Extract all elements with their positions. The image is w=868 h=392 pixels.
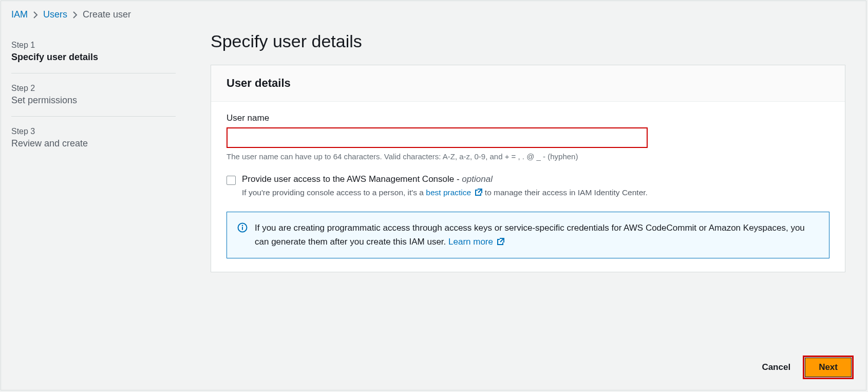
wizard-steps: Step 1 Specify user details Step 2 Set p…	[1, 24, 196, 287]
wizard-step-2[interactable]: Step 2 Set permissions	[11, 78, 176, 117]
learn-more-link[interactable]: Learn more	[448, 237, 505, 247]
svg-point-1	[242, 225, 243, 227]
console-access-label: Provide user access to the AWS Managemen…	[242, 174, 648, 184]
step-number: Step 3	[11, 127, 176, 136]
username-hint: The user name can have up to 64 characte…	[227, 152, 829, 161]
external-link-icon	[475, 188, 483, 196]
console-access-description: If you're providing console access to a …	[242, 186, 648, 198]
console-access-checkbox[interactable]	[227, 176, 236, 185]
wizard-step-1[interactable]: Step 1 Specify user details	[11, 34, 176, 73]
page-title: Specify user details	[211, 31, 845, 51]
step-title: Set permissions	[11, 95, 176, 106]
step-title: Review and create	[11, 138, 176, 149]
wizard-footer: Cancel Next	[754, 357, 852, 378]
info-alert: If you are creating programmatic access …	[227, 212, 829, 258]
step-number: Step 1	[11, 41, 176, 50]
user-details-panel: User details User name The user name can…	[211, 65, 845, 272]
external-link-icon	[497, 237, 505, 246]
username-input[interactable]	[227, 127, 648, 148]
cancel-button[interactable]: Cancel	[754, 357, 798, 378]
next-button[interactable]: Next	[805, 358, 852, 377]
chevron-right-icon	[33, 11, 38, 18]
breadcrumb-users[interactable]: Users	[43, 9, 67, 20]
breadcrumb: IAM Users Create user	[1, 1, 866, 24]
wizard-step-3[interactable]: Step 3 Review and create	[11, 121, 176, 159]
best-practice-link[interactable]: best practice	[426, 188, 482, 197]
breadcrumb-current: Create user	[83, 9, 131, 20]
svg-rect-2	[242, 227, 243, 230]
chevron-right-icon	[72, 11, 78, 18]
breadcrumb-iam[interactable]: IAM	[11, 9, 28, 20]
step-title: Specify user details	[11, 52, 176, 63]
panel-header: User details	[227, 77, 829, 90]
info-icon	[237, 222, 248, 249]
username-label: User name	[227, 113, 829, 123]
step-number: Step 2	[11, 84, 176, 93]
info-text: If you are creating programmatic access …	[255, 221, 819, 249]
